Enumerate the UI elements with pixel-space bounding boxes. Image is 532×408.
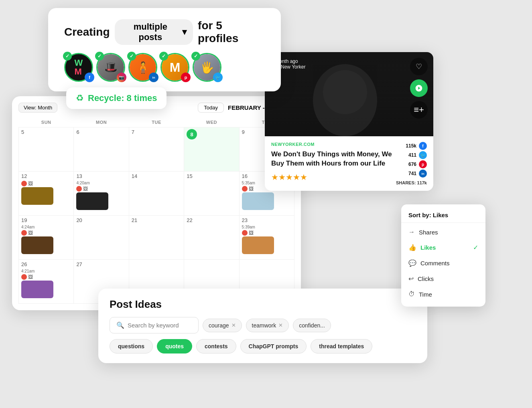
clock-icon: ⏱ xyxy=(408,291,415,298)
calendar-day-20[interactable]: 20 xyxy=(74,216,129,260)
article-body: NEWYORKER.COM We Don't Buy Things with M… xyxy=(265,136,433,191)
tag-teamwork-label: teamwork xyxy=(252,322,276,329)
filter-questions[interactable]: questions xyxy=(110,339,153,353)
calendar-day-6[interactable]: 6 xyxy=(74,127,129,172)
tag-courage[interactable]: courage ✕ xyxy=(203,319,242,332)
li-icon: in xyxy=(419,170,427,178)
arrow-right-icon: → xyxy=(408,228,415,236)
stat-val-li: 741 xyxy=(408,171,416,176)
tag-teamwork-remove[interactable]: ✕ xyxy=(278,322,283,328)
creating-card: Creating multiple posts ▾ for 5 profiles… xyxy=(48,8,281,91)
social-badge-ig-2: 📷 xyxy=(117,73,126,82)
article-stats: 115k f 411 🐦 676 p 741 in SHARES: 117k xyxy=(396,142,427,185)
today-button[interactable]: Today xyxy=(198,103,224,113)
stat-val-tw: 411 xyxy=(408,152,416,158)
calendar-week-2: 12 🖼 13 4:20am � xyxy=(19,172,294,216)
article-title: We Don't Buy Things with Money, We Buy T… xyxy=(271,150,396,168)
tag-courage-remove[interactable]: ✕ xyxy=(231,322,236,328)
share-button[interactable] xyxy=(410,79,428,97)
tag-courage-label: courage xyxy=(209,322,229,329)
today-circle: 8 xyxy=(187,129,197,139)
tag-confiden-label: confiden... xyxy=(299,322,325,329)
stat-row-pi: 676 p xyxy=(396,160,427,168)
sort-shares[interactable]: → Shares xyxy=(401,224,485,240)
sort-time-label: Time xyxy=(419,291,432,298)
multiple-posts-button[interactable]: multiple posts ▾ xyxy=(115,19,193,45)
creating-suffix: for 5 profiles xyxy=(198,19,265,45)
sort-likes[interactable]: 👍 Likes ✓ xyxy=(401,240,485,255)
article-card: 1 month ago The New Yorker ♡ ≡+ NEWYORKE… xyxy=(265,52,433,191)
check-1: ✓ xyxy=(63,52,72,61)
calendar-grid: SUN MON TUE WED THU 5 6 7 8 9 12 xyxy=(18,117,294,304)
article-image: 1 month ago The New Yorker ♡ ≡+ xyxy=(265,52,433,136)
calendar-day-19[interactable]: 19 4:24am 🖼 xyxy=(19,216,74,260)
search-input[interactable] xyxy=(128,322,192,329)
stat-row-li: 741 in xyxy=(396,170,427,178)
avatar-2[interactable]: ✓ 🎩 📷 xyxy=(96,53,125,82)
svg-point-1 xyxy=(323,70,367,114)
recycle-text: Recycle: 8 times xyxy=(88,93,157,103)
sort-clicks[interactable]: ↩ Clicks xyxy=(401,271,485,287)
search-row: 🔍 courage ✕ teamwork ✕ confiden... xyxy=(110,317,416,333)
social-badge-fb-1: f xyxy=(85,73,94,82)
creating-prefix: Creating xyxy=(64,26,110,38)
like-button[interactable]: ♡ xyxy=(410,58,428,75)
tag-confiden[interactable]: confiden... xyxy=(293,319,331,332)
calendar-day-23[interactable]: 23 5:39am 🖼 xyxy=(239,216,294,260)
search-box[interactable]: 🔍 xyxy=(110,317,199,333)
calendar-card: View: Month Today FEBRUARY - MARCH › SUN… xyxy=(12,96,301,310)
post-ideas-title: Post Ideas xyxy=(110,298,416,311)
avatar-3[interactable]: ✓ 🧍 in xyxy=(128,53,157,82)
recycle-icon: ♻ xyxy=(76,93,84,103)
social-badge-tw-5: 🐦 xyxy=(213,73,223,82)
check-3: ✓ xyxy=(127,52,136,61)
col-sun: SUN xyxy=(19,117,74,127)
likes-check-icon: ✓ xyxy=(473,244,478,251)
shares-total: SHARES: 117k xyxy=(396,180,427,185)
calendar-day-15[interactable]: 15 xyxy=(184,172,239,216)
sort-comments-label: Comments xyxy=(420,260,450,267)
calendar-day-8[interactable]: 8 xyxy=(184,127,239,172)
calendar-day-22[interactable]: 22 xyxy=(184,216,239,260)
calendar-day-13[interactable]: 13 4:20am 🖼 xyxy=(74,172,129,216)
thumbs-up-icon: 👍 xyxy=(408,244,416,251)
filter-tags-row: questions quotes contests ChapGPT prompt… xyxy=(110,339,416,353)
calendar-day-21[interactable]: 21 xyxy=(129,216,184,260)
filter-quotes[interactable]: quotes xyxy=(157,339,192,353)
creating-title: Creating multiple posts ▾ for 5 profiles xyxy=(64,19,265,45)
check-4: ✓ xyxy=(159,52,168,61)
recycle-badge: ♻ Recycle: 8 times xyxy=(66,87,167,109)
calendar-day-12[interactable]: 12 🖼 xyxy=(19,172,74,216)
sort-likes-label: Likes xyxy=(420,244,436,251)
avatar-5[interactable]: ✓ 🖐 🐦 xyxy=(193,53,221,82)
article-source-url: NEWYORKER.COM xyxy=(271,142,396,147)
col-mon: MON xyxy=(74,117,129,127)
filter-chapgpt[interactable]: ChapGPT prompts xyxy=(240,339,307,353)
calendar-week-3: 19 4:24am 🖼 20 21 22 23 xyxy=(19,216,294,260)
avatar-4[interactable]: ✓ M p xyxy=(160,53,189,82)
calendar-day-14[interactable]: 14 xyxy=(129,172,184,216)
filter-thread-templates[interactable]: thread templates xyxy=(311,339,372,353)
calendar-day-7[interactable]: 7 xyxy=(129,127,184,172)
sort-comments[interactable]: 💬 Comments xyxy=(401,255,485,271)
check-5: ✓ xyxy=(191,52,200,61)
avatar-1[interactable]: ✓ WM f xyxy=(64,53,93,82)
calendar-day-5[interactable]: 5 xyxy=(19,127,74,172)
tw-icon: 🐦 xyxy=(419,151,427,159)
tag-teamwork[interactable]: teamwork ✕ xyxy=(246,319,289,332)
col-wed: WED xyxy=(184,117,239,127)
sort-time[interactable]: ⏱ Time xyxy=(401,287,485,302)
sort-dropdown: Sort by: Likes → Shares 👍 Likes ✓ 💬 Comm… xyxy=(401,204,485,307)
article-stars: ★★★★★ xyxy=(271,172,396,182)
stat-row-fb: 115k f xyxy=(396,142,427,150)
article-actions: ♡ ≡+ xyxy=(410,58,428,119)
col-tue: TUE xyxy=(129,117,184,127)
stat-row-tw: 411 🐦 xyxy=(396,151,427,159)
comment-icon: 💬 xyxy=(408,259,416,267)
view-month-button[interactable]: View: Month xyxy=(18,103,57,113)
cursor-icon: ↩ xyxy=(408,275,414,283)
social-badge-pi-4: p xyxy=(181,73,191,82)
calendar-day-26[interactable]: 26 4:21am 🖼 xyxy=(19,260,74,304)
add-button[interactable]: ≡+ xyxy=(410,101,428,119)
filter-contests[interactable]: contests xyxy=(196,339,236,353)
